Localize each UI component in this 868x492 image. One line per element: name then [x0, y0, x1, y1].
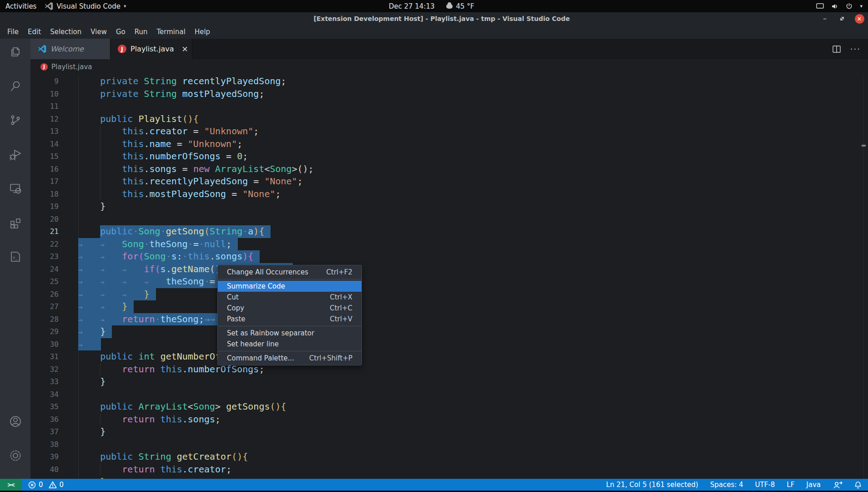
- menu-item-shortcut: Ctrl+V: [330, 315, 352, 323]
- line-number: 21: [30, 225, 59, 238]
- tab-whitespace-arrow: [78, 238, 100, 238]
- code-line: 38: [30, 438, 868, 451]
- menu-item-command-palette-[interactable]: Command Palette...Ctrl+Shift+P: [218, 353, 361, 364]
- tab-indent: [100, 125, 122, 126]
- code-line: 18this.mostPlayedSong = "None";: [30, 188, 868, 201]
- output-console-view-button[interactable]: >_: [0, 246, 30, 268]
- tab-indent: [78, 175, 100, 176]
- menu-item-summarize-code[interactable]: Summarize Code: [218, 281, 361, 292]
- tab-welcome[interactable]: Welcome: [30, 39, 110, 59]
- menu-item-set-as-rainbow-separator[interactable]: Set as Rainbow separator: [218, 328, 361, 339]
- tab-whitespace-arrow: [78, 263, 100, 264]
- menubar-item-go[interactable]: Go: [111, 25, 130, 39]
- more-actions-icon[interactable]: ···: [850, 44, 861, 54]
- code-line: 31public int getNumberOfSongs(){: [30, 350, 868, 363]
- code-line: 20: [30, 213, 868, 226]
- line-number: 39: [30, 451, 59, 463]
- tab-whitespace-arrow: [122, 275, 144, 276]
- tab-whitespace-arrow: [100, 238, 122, 238]
- search-view-button[interactable]: [0, 75, 30, 97]
- tab-playlist-java[interactable]: JPlaylist.java✕: [110, 39, 192, 59]
- menu-item-copy[interactable]: CopyCtrl+C: [218, 303, 361, 314]
- menu-item-set-header-line[interactable]: Set header line: [218, 339, 361, 350]
- menu-item-shortcut: Ctrl+X: [330, 293, 352, 301]
- status-eol[interactable]: LF: [787, 481, 794, 489]
- tab-indent: [100, 150, 122, 151]
- source-control-view-button[interactable]: [0, 109, 30, 131]
- account-button[interactable]: [0, 411, 30, 432]
- chevron-down-icon: ▾: [860, 3, 863, 9]
- line-number: 31: [30, 350, 59, 363]
- tab-indent: [78, 451, 100, 451]
- status-encoding[interactable]: UTF-8: [755, 481, 775, 489]
- weather-indicator[interactable]: 45 °F: [447, 2, 474, 10]
- line-number: 35: [30, 401, 59, 413]
- line-number: 25: [30, 275, 59, 288]
- code-line: 39public String getCreator(){: [30, 451, 868, 463]
- breadcrumb[interactable]: J Playlist.java: [30, 59, 868, 74]
- menubar-item-terminal[interactable]: Terminal: [152, 25, 190, 39]
- run-debug-view-button[interactable]: [0, 143, 30, 165]
- line-number: 9: [30, 75, 59, 88]
- tab-indent: [100, 463, 122, 464]
- whitespace-dot: ·: [144, 238, 149, 249]
- window-title-bar: [Extension Development Host] - Playlist.…: [0, 12, 868, 25]
- remote-indicator[interactable]: ><: [0, 479, 22, 491]
- code-editor[interactable]: 9private String recentlyPlayedSong;10pri…: [30, 74, 868, 479]
- menu-item-paste[interactable]: PasteCtrl+V: [218, 314, 361, 325]
- split-editor-icon[interactable]: [832, 45, 841, 54]
- menu-item-cut[interactable]: CutCtrl+X: [218, 292, 361, 303]
- explorer-view-button[interactable]: [0, 41, 30, 63]
- menubar-item-selection[interactable]: Selection: [45, 25, 86, 39]
- code-text: this.recentlyPlayedSong = "None";: [78, 175, 303, 188]
- system-tray[interactable]: ▾: [816, 3, 868, 10]
- menubar-item-file[interactable]: File: [3, 25, 23, 39]
- indent-guide: [78, 388, 79, 401]
- restore-icon[interactable]: [837, 14, 847, 24]
- trailing-whitespace-arrows: →→: [204, 314, 215, 325]
- feedback-icon[interactable]: [833, 481, 843, 489]
- remote-explorer-view-button[interactable]: ><: [0, 178, 30, 199]
- code-line: 35public ArrayList<Song> getSongs(){: [30, 401, 868, 413]
- tab-whitespace-arrow: [100, 288, 122, 289]
- code-line: 15this.numberOfSongs = 0;: [30, 150, 868, 163]
- code-line: 29}: [30, 325, 868, 338]
- bell-icon[interactable]: [854, 481, 862, 489]
- tab-indent: [78, 163, 100, 163]
- line-number: 37: [30, 426, 59, 438]
- code-text: theSong·=·s;: [78, 275, 231, 288]
- status-indentation[interactable]: Spaces: 4: [710, 481, 743, 489]
- tab-whitespace-arrow: [100, 313, 122, 314]
- tab-indent: [100, 413, 122, 414]
- status-cursor-position[interactable]: Ln 21, Col 5 (161 selected): [606, 481, 698, 489]
- menubar-item-run[interactable]: Run: [130, 25, 152, 39]
- menubar-item-help[interactable]: Help: [190, 25, 215, 39]
- menu-item-label: Summarize Code: [227, 282, 352, 290]
- status-language[interactable]: Java: [806, 481, 821, 489]
- tab-indent: [78, 150, 100, 151]
- cloud-icon: [447, 4, 453, 9]
- minimize-icon[interactable]: –: [820, 14, 830, 24]
- settings-gear-button[interactable]: [0, 445, 30, 467]
- extensions-view-button[interactable]: [0, 212, 30, 233]
- line-number: 16: [30, 163, 59, 176]
- close-icon[interactable]: ✕: [854, 14, 864, 24]
- code-text: this.name = "Unknown";: [78, 138, 242, 151]
- menubar-item-edit[interactable]: Edit: [23, 25, 45, 39]
- code-text: }: [78, 476, 105, 479]
- menu-item-label: Copy: [227, 304, 316, 312]
- menu-item-change-all-occurrences[interactable]: Change All OccurrencesCtrl+F2: [218, 267, 361, 278]
- code-line: 36return this.songs;: [30, 413, 868, 426]
- line-number: 28: [30, 313, 59, 326]
- code-line: 34: [30, 388, 868, 401]
- app-menu[interactable]: Visual Studio Code ▾: [45, 2, 126, 10]
- account-icon: [9, 415, 22, 428]
- close-tab-icon[interactable]: ✕: [181, 45, 188, 54]
- menu-item-label: Paste: [227, 315, 316, 323]
- activities-button[interactable]: Activities: [5, 2, 36, 10]
- code-text: return this.creator;: [78, 463, 231, 476]
- menubar-item-view[interactable]: View: [86, 25, 111, 39]
- clock[interactable]: Dec 27 14:13: [389, 2, 435, 10]
- problems-indicator[interactable]: 00: [22, 481, 64, 489]
- line-number: 34: [30, 388, 59, 401]
